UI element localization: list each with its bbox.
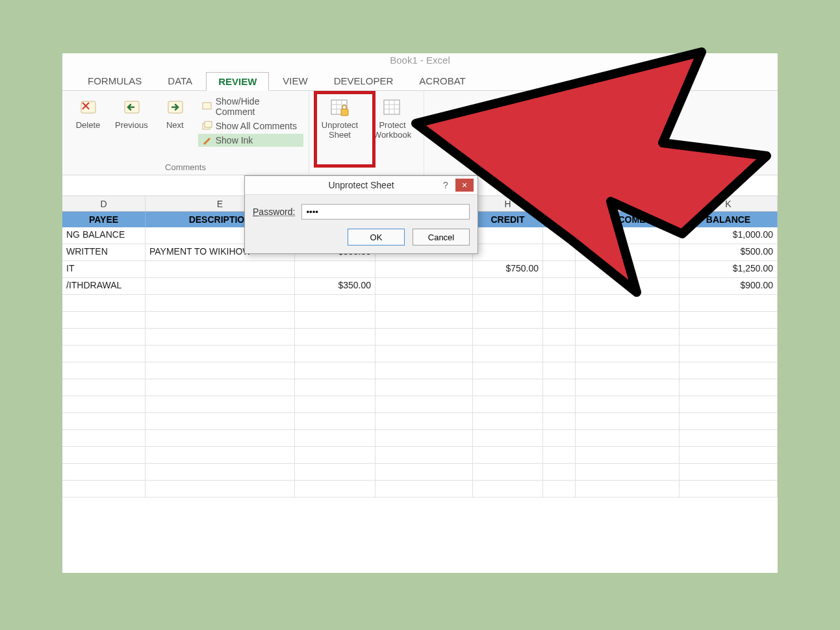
cell[interactable] [62, 379, 146, 396]
cell[interactable] [543, 362, 576, 379]
tab-acrobat[interactable]: ACROBAT [407, 71, 477, 90]
ok-button[interactable]: OK [348, 229, 405, 246]
cell[interactable] [146, 430, 295, 446]
cell[interactable] [473, 396, 543, 412]
cell[interactable] [62, 413, 146, 429]
cell[interactable] [680, 329, 778, 345]
cell[interactable] [375, 379, 473, 396]
cell[interactable] [295, 346, 375, 362]
dialog-help-button[interactable]: ? [439, 180, 453, 190]
cell[interactable] [473, 379, 543, 396]
cell[interactable] [680, 447, 778, 463]
cell[interactable] [576, 346, 680, 362]
cell[interactable] [576, 396, 680, 412]
cell[interactable] [375, 346, 473, 362]
cell-blank[interactable] [543, 244, 576, 260]
cell-credit[interactable] [473, 227, 543, 244]
cell-balance[interactable]: $1,000.00 [680, 227, 778, 244]
cell[interactable] [576, 481, 680, 497]
cell[interactable] [295, 312, 375, 328]
tab-review[interactable]: REVIEW [206, 72, 269, 91]
cell[interactable] [146, 464, 295, 480]
cell-balance[interactable]: $1,250.00 [680, 261, 778, 277]
cell[interactable] [543, 481, 576, 497]
show-ink-button[interactable]: Show Ink [198, 134, 303, 147]
cell-balance[interactable]: $900.00 [680, 278, 778, 294]
cell-income[interactable] [576, 278, 680, 294]
cell[interactable] [375, 464, 473, 480]
cell-debit[interactable]: $350.00 [295, 278, 375, 294]
tab-formulas[interactable]: FORMULAS [75, 71, 154, 90]
next-comment-button[interactable]: Next [155, 95, 196, 161]
cell[interactable] [295, 295, 375, 311]
cell-credit[interactable]: $750.00 [473, 261, 543, 277]
cell[interactable] [146, 447, 295, 463]
cell-payee[interactable]: IT [62, 261, 146, 277]
cell-income[interactable] [576, 261, 680, 277]
cell[interactable] [295, 430, 375, 446]
cell-description[interactable] [146, 278, 295, 294]
cell[interactable] [146, 481, 295, 497]
tab-developer[interactable]: DEVELOPER [322, 71, 406, 90]
cell[interactable] [295, 396, 375, 412]
cell[interactable] [543, 346, 576, 362]
cell[interactable] [295, 362, 375, 379]
delete-comment-button[interactable]: Delete [68, 95, 108, 161]
col-header-J[interactable] [576, 196, 680, 211]
cell[interactable] [295, 447, 375, 463]
cell-blank[interactable] [543, 261, 576, 277]
cell[interactable] [543, 312, 576, 328]
cell[interactable] [375, 413, 473, 429]
cell[interactable] [543, 396, 576, 412]
cell[interactable] [576, 430, 680, 446]
cell-income[interactable] [576, 227, 680, 244]
cell-payee[interactable]: WRITTEN [62, 244, 146, 260]
cell[interactable] [543, 447, 576, 463]
cell[interactable] [146, 362, 295, 379]
cell[interactable] [62, 430, 146, 446]
cell[interactable] [473, 481, 543, 497]
cell[interactable] [146, 312, 295, 328]
cell[interactable] [62, 312, 146, 328]
cell[interactable] [473, 346, 543, 362]
cell[interactable] [543, 430, 576, 446]
cell[interactable] [680, 413, 778, 429]
tab-view[interactable]: VIEW [270, 71, 320, 90]
cell[interactable] [295, 329, 375, 345]
col-header-K[interactable]: K [680, 196, 778, 211]
cell-blank[interactable] [543, 278, 576, 294]
cell[interactable] [576, 379, 680, 396]
col-header-I[interactable]: I [543, 196, 576, 211]
cell[interactable] [146, 379, 295, 396]
cell-blank[interactable] [543, 227, 576, 244]
cell[interactable] [295, 379, 375, 396]
cell[interactable] [295, 464, 375, 480]
cell[interactable] [576, 447, 680, 463]
cell[interactable] [576, 329, 680, 345]
cancel-button[interactable]: Cancel [413, 229, 470, 246]
cell-balance[interactable]: $500.00 [680, 244, 778, 260]
cell[interactable] [146, 346, 295, 362]
cell-expense[interactable] [375, 278, 473, 294]
cell[interactable] [543, 295, 576, 311]
cell[interactable] [62, 447, 146, 463]
cell[interactable] [473, 362, 543, 379]
cell[interactable] [146, 413, 295, 429]
show-all-comments-button[interactable]: Show All Comments [198, 120, 303, 132]
cell-credit[interactable] [473, 278, 543, 294]
cell[interactable] [543, 329, 576, 345]
cell[interactable] [62, 329, 146, 345]
cell[interactable] [680, 481, 778, 497]
cell[interactable] [295, 481, 375, 497]
cell[interactable] [576, 312, 680, 328]
cell[interactable] [543, 379, 576, 396]
cell[interactable] [473, 312, 543, 328]
show-hide-comment-button[interactable]: Show/Hide Comment [198, 95, 303, 118]
col-header-D[interactable]: D [62, 196, 146, 211]
cell[interactable] [375, 312, 473, 328]
protect-workbook-button[interactable]: Protect Workbook [366, 95, 418, 173]
cell[interactable] [375, 329, 473, 345]
cell[interactable] [576, 362, 680, 379]
tab-data[interactable]: DATA [155, 71, 205, 90]
previous-comment-button[interactable]: Previous [111, 95, 152, 161]
